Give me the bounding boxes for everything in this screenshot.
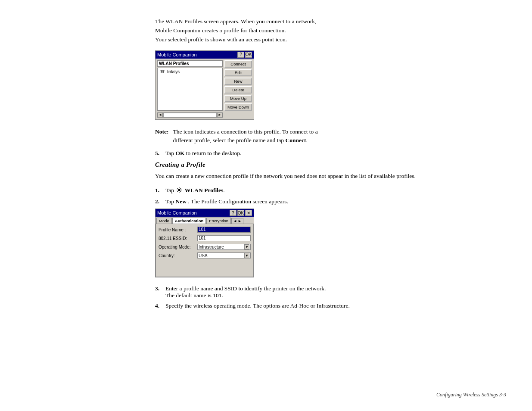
note-period: . — [306, 137, 308, 143]
tab-left-arrow: ◄ — [233, 219, 237, 223]
wlan-list-item-label: linksys — [167, 69, 180, 74]
scroll-right-arrow[interactable]: ► — [217, 112, 222, 118]
profile-body: Profile Name : 101 802.11 ESSID: 101 Ope… — [156, 224, 254, 277]
svg-rect-1 — [162, 72, 163, 73]
essid-row: 802.11 ESSID: 101 — [159, 235, 251, 241]
profile-titlebar: Mobile Companion ? OK ✕ — [156, 209, 254, 217]
profile-name-label: Profile Name : — [159, 227, 197, 232]
wlan-scrollbar[interactable]: ◄ ► — [157, 112, 223, 118]
country-row: Country: USA ▼ — [159, 252, 251, 258]
step4-num: 4. — [155, 302, 163, 309]
note-text: The icon indicates a connection to this … — [173, 128, 317, 145]
tab-encryption[interactable]: Encryption — [206, 218, 231, 224]
step3-text2: The default name is 101. — [165, 292, 223, 299]
step-1: 1. Tap WLAN Profiles. — [155, 187, 480, 195]
profile-config-screenshot: Mobile Companion ? OK ✕ Mode Authenticat… — [155, 209, 254, 277]
operating-mode-row: Operating Mode: Infrastructure ▼ — [159, 244, 251, 250]
step5-ok: OK — [175, 150, 184, 156]
step2-text1: Tap — [165, 198, 174, 205]
wlan-help-button[interactable]: ? — [237, 52, 244, 58]
content-area: The WLAN Profiles screen appears. When y… — [155, 17, 480, 309]
tab-right-arrow: ► — [238, 219, 242, 223]
step5-text1: Tap — [165, 150, 174, 156]
operating-mode-select[interactable]: Infrastructure ▼ — [197, 244, 251, 250]
step4-text1: Specify the wireless operating mode. The… — [165, 302, 350, 309]
step1-text: Tap WLAN Profiles. — [165, 187, 225, 195]
wlan-list-item[interactable]: linksys — [159, 69, 221, 75]
step-2: 2. Tap New . The Profile Configuration s… — [155, 198, 480, 205]
page-footer: Configuring Wireless Settings 3-3 — [436, 392, 506, 398]
step1-bold: WLAN Profiles — [185, 187, 223, 193]
step5-text: Tap OK to return to the desktop. — [165, 150, 241, 157]
profile-name-input[interactable]: 101 — [197, 227, 251, 233]
country-select[interactable]: USA ▼ — [197, 252, 251, 258]
svg-point-2 — [178, 189, 180, 191]
wlan-profiles-label: WLAN Profiles — [157, 60, 223, 67]
step2-text2: . The Profile Configuration screen appea… — [188, 198, 288, 205]
connect-button[interactable]: Connect — [224, 60, 252, 68]
note-section: Note: The icon indicates a connection to… — [155, 128, 480, 145]
profile-body-spacer — [159, 261, 251, 274]
wlan-title: Mobile Companion — [157, 52, 197, 57]
wlan-profiles-list[interactable]: linksys — [157, 68, 223, 111]
step3-text1: Enter a profile name and SSID to identif… — [165, 285, 326, 292]
scroll-track[interactable] — [163, 113, 217, 117]
note-bold: Connect — [286, 137, 306, 143]
step3-num: 3. — [155, 285, 163, 299]
step1-text2: . — [223, 187, 224, 193]
step1-num: 1. — [155, 187, 163, 195]
move-up-button[interactable]: Move Up — [224, 95, 252, 102]
delete-button[interactable]: Delete — [224, 86, 252, 93]
profile-close-button[interactable]: ✕ — [245, 210, 252, 216]
country-dropdown-arrow[interactable]: ▼ — [244, 253, 249, 258]
operating-mode-dropdown-arrow[interactable]: ▼ — [244, 244, 249, 249]
step2-text: Tap New . The Profile Configuration scre… — [165, 198, 288, 205]
new-button[interactable]: New — [224, 78, 252, 85]
profile-help-button[interactable]: ? — [230, 210, 236, 216]
step1-text1: Tap — [165, 187, 174, 193]
tab-mode[interactable]: Mode — [156, 218, 172, 224]
step5-num: 5. — [155, 150, 163, 157]
country-value: USA — [199, 253, 208, 258]
ap-icon — [159, 69, 165, 74]
profile-title: Mobile Companion — [157, 210, 197, 215]
wlan-profiles-screenshot: Mobile Companion ? OK WLAN Profiles — [155, 50, 254, 120]
intro-line1: The WLAN Profiles screen appears. When y… — [155, 18, 316, 25]
note-text1: The icon indicates a connection to this … — [173, 128, 317, 135]
step-5: 5. Tap OK to return to the desktop. — [155, 150, 480, 157]
step5-text2: to return to the desktop. — [186, 150, 242, 156]
tab-authentication[interactable]: Authentication — [172, 218, 206, 224]
wlan-ok-button[interactable]: OK — [245, 52, 252, 58]
intro2-paragraph: You can create a new connection profile … — [155, 172, 480, 181]
step2-num: 2. — [155, 198, 163, 205]
note-text2: different profile, select the profile na… — [173, 137, 284, 143]
step2-bold: New — [175, 198, 187, 205]
page: The WLAN Profiles screen appears. When y… — [0, 0, 532, 330]
tab-more-buttons[interactable]: ◄ ► — [231, 218, 243, 224]
operating-mode-label: Operating Mode: — [159, 245, 197, 249]
intro-line2: Mobile Companion creates a profile for t… — [155, 27, 286, 34]
profile-name-row: Profile Name : 101 — [159, 227, 251, 233]
edit-button[interactable]: Edit — [224, 69, 252, 76]
essid-input[interactable]: 101 — [197, 235, 251, 241]
intro-line3: Your selected profile is shown with an a… — [155, 36, 287, 43]
operating-mode-value: Infrastructure — [199, 245, 224, 249]
wlan-titlebar: Mobile Companion ? OK — [156, 51, 254, 59]
step-4: 4. Specify the wireless operating mode. … — [155, 302, 480, 309]
country-label: Country: — [159, 253, 197, 258]
intro-paragraph: The WLAN Profiles screen appears. When y… — [155, 17, 480, 44]
profile-tab-bar: Mode Authentication Encryption ◄ ► — [156, 217, 254, 224]
note-label: Note: — [155, 128, 168, 145]
scroll-left-arrow[interactable]: ◄ — [158, 112, 163, 118]
wlan-right-panel: Connect Edit New Delete Move Up Move Dow… — [224, 60, 252, 118]
step3-text: Enter a profile name and SSID to identif… — [165, 285, 326, 299]
wlan-body: WLAN Profiles linksys — [156, 59, 254, 119]
step-3: 3. Enter a profile name and SSID to iden… — [155, 285, 480, 299]
gear-icon — [176, 187, 182, 195]
profile-ok-button[interactable]: OK — [237, 210, 244, 216]
profile-titlebar-buttons: ? OK ✕ — [230, 210, 252, 216]
move-down-button[interactable]: Move Down — [224, 103, 252, 111]
creating-profile-heading: Creating a Profile — [155, 161, 480, 168]
essid-label: 802.11 ESSID: — [159, 236, 197, 241]
wlan-left-panel: WLAN Profiles linksys — [157, 60, 223, 118]
